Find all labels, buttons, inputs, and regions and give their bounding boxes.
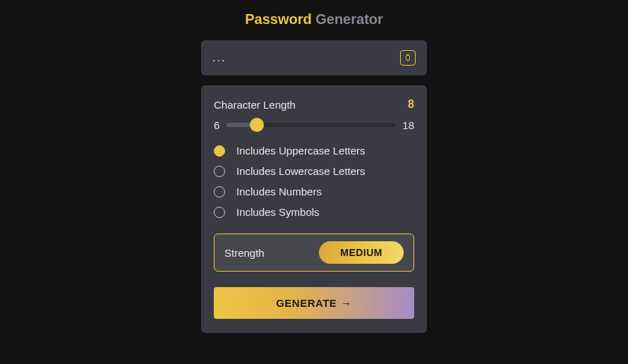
- generate-label: GENERATE: [276, 297, 337, 309]
- radio-lowercase[interactable]: [214, 166, 225, 177]
- option-label: Includes Symbols: [236, 206, 320, 218]
- length-slider[interactable]: [227, 118, 395, 132]
- strength-box: Strength MEDIUM: [214, 233, 414, 272]
- settings-panel: Character Length 8 6 18 Includes Upperca…: [201, 85, 427, 333]
- clipboard-icon: [404, 54, 412, 62]
- strength-value: MEDIUM: [319, 241, 404, 264]
- options-list: Includes Uppercase Letters Includes Lowe…: [214, 145, 414, 218]
- option-label: Includes Lowercase Letters: [236, 165, 366, 177]
- copy-button[interactable]: [400, 50, 416, 66]
- length-row: Character Length 8: [214, 98, 414, 111]
- length-value: 8: [408, 98, 414, 111]
- option-numbers[interactable]: Includes Numbers: [214, 186, 414, 198]
- generate-button[interactable]: GENERATE →: [214, 287, 414, 319]
- password-output-box: ...: [201, 40, 427, 75]
- slider-max: 18: [402, 119, 414, 131]
- length-label: Character Length: [214, 99, 296, 111]
- arrow-right-icon: →: [341, 297, 352, 309]
- slider-min: 6: [214, 119, 219, 131]
- option-uppercase[interactable]: Includes Uppercase Letters: [214, 145, 414, 157]
- app-container: Password Generator ... Character Length …: [201, 0, 427, 333]
- title-part1: Password: [245, 11, 311, 27]
- length-slider-row: 6 18: [214, 118, 414, 132]
- strength-label: Strength: [224, 247, 265, 259]
- password-output: ...: [212, 51, 226, 64]
- page-title: Password Generator: [201, 11, 427, 28]
- option-symbols[interactable]: Includes Symbols: [214, 206, 414, 218]
- slider-thumb[interactable]: [250, 118, 264, 132]
- svg-rect-0: [406, 56, 410, 61]
- option-lowercase[interactable]: Includes Lowercase Letters: [214, 165, 414, 177]
- radio-uppercase[interactable]: [214, 145, 225, 157]
- radio-numbers[interactable]: [214, 186, 225, 198]
- title-part2: Generator: [315, 11, 383, 27]
- radio-symbols[interactable]: [214, 207, 225, 218]
- option-label: Includes Uppercase Letters: [236, 145, 366, 157]
- option-label: Includes Numbers: [236, 186, 322, 198]
